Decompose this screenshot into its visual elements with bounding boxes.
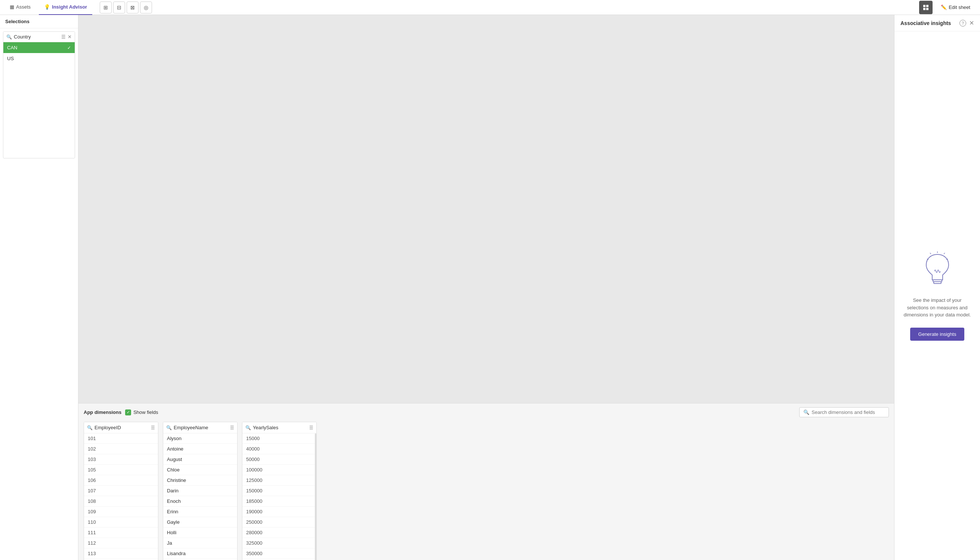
employeeid-search-icon: 🔍 [87, 425, 93, 430]
table-row[interactable]: Ja [163, 538, 237, 548]
table-row[interactable]: 50000 [242, 454, 316, 465]
dimensions-title: App dimensions [84, 410, 121, 415]
grid-view-button[interactable] [919, 1, 933, 14]
table-row[interactable]: 102 [84, 444, 158, 454]
show-fields-label: Show fields [133, 410, 158, 415]
yearlysales-col-header: 🔍 YearlySales ☰ [242, 422, 316, 433]
employeeid-col-header: 🔍 EmployeeID ☰ [84, 422, 158, 433]
employeename-col-header: 🔍 EmployeeName ☰ [163, 422, 237, 433]
table-row[interactable]: Darin [163, 486, 237, 496]
toolbar-target-icon[interactable]: ◎ [140, 2, 152, 13]
table-row[interactable]: Enoch [163, 496, 237, 507]
edit-sheet-button[interactable]: ✏️ Edit sheet [935, 2, 975, 12]
employeename-col-title: EmployeeName [174, 425, 230, 430]
table-row[interactable]: 125000 [242, 475, 316, 486]
table-row[interactable]: 109 [84, 507, 158, 517]
generate-insights-button[interactable]: Generate insights [910, 328, 965, 341]
filter-item-us[interactable]: US [3, 53, 75, 64]
filter-item-us-label: US [7, 56, 14, 61]
svg-rect-5 [934, 282, 941, 283]
yearlysales-column: 🔍 YearlySales ☰ 15000 40000 50000 100000… [242, 422, 317, 560]
check-icon: ✓ [67, 45, 71, 50]
table-row[interactable]: 110 [84, 517, 158, 527]
insight-header: Associative insights ? ✕ [895, 15, 980, 32]
table-row[interactable]: 107 [84, 486, 158, 496]
table-row[interactable]: 185000 [242, 496, 316, 507]
table-row[interactable]: 280000 [242, 527, 316, 538]
insight-close-icon[interactable]: ✕ [969, 20, 974, 27]
filter-search-icon: 🔍 [7, 34, 12, 40]
main-layout: Selections 🔍 Country ☰ ✕ CAN ✓ US [0, 15, 980, 560]
table-row[interactable]: 101 [84, 433, 158, 444]
table-row[interactable]: 103 [84, 454, 158, 465]
search-dimensions-input[interactable] [812, 410, 885, 415]
table-row[interactable]: Antoine [163, 444, 237, 454]
table-row[interactable]: Erinn [163, 507, 237, 517]
svg-rect-1 [926, 5, 928, 7]
search-dimensions-container: 🔍 [799, 407, 889, 417]
table-row[interactable]: 250000 [242, 517, 316, 527]
yearlysales-rows: 15000 40000 50000 100000 125000 150000 1… [242, 433, 316, 560]
table-row[interactable]: August [163, 454, 237, 465]
insight-advisor-icon: 💡 [44, 4, 50, 10]
svg-rect-2 [923, 8, 925, 10]
filter-list-icon[interactable]: ☰ [61, 34, 66, 40]
toolbar-select-icon[interactable]: ⊞ [100, 2, 111, 13]
search-dims-icon: 🔍 [804, 410, 809, 415]
show-fields-toggle[interactable]: ✓ Show fields [125, 410, 158, 415]
table-row[interactable]: 106 [84, 475, 158, 486]
table-row[interactable]: 113 [84, 548, 158, 559]
filter-title: Country [14, 34, 61, 40]
table-row[interactable]: 190000 [242, 507, 316, 517]
insight-body: See the impact of your selections on mea… [895, 32, 980, 560]
right-panel: Associative insights ? ✕ [894, 15, 980, 560]
assets-icon: ▦ [10, 4, 14, 10]
employeename-col-menu-icon[interactable]: ☰ [230, 425, 234, 430]
table-row[interactable]: 100000 [242, 465, 316, 475]
yearlysales-col-menu-icon[interactable]: ☰ [309, 425, 313, 430]
filter-header-icons: ☰ ✕ [61, 34, 72, 40]
table-row[interactable]: Christine [163, 475, 237, 486]
edit-icon: ✏️ [941, 5, 947, 10]
table-row[interactable]: 15000 [242, 433, 316, 444]
toolbar-range-icon[interactable]: ⊠ [126, 2, 138, 13]
yearlysales-search-icon: 🔍 [245, 425, 251, 430]
table-row[interactable]: 350000 [242, 548, 316, 559]
employeename-search-icon: 🔍 [166, 425, 172, 430]
table-row[interactable]: 325000 [242, 538, 316, 548]
topbar: ▦ Assets 💡 Insight Advisor ⊞ ⊟ ⊠ ◎ ✏️ Ed… [0, 0, 980, 15]
center-content: App dimensions ✓ Show fields 🔍 🔍 Employe… [78, 15, 894, 560]
filter-clear-icon[interactable]: ✕ [68, 34, 72, 40]
filter-pane: 🔍 Country ☰ ✕ CAN ✓ US [0, 28, 78, 560]
filter-item-can-label: CAN [7, 45, 17, 50]
employeeid-col-menu-icon[interactable]: ☰ [151, 425, 155, 430]
table-row[interactable]: 108 [84, 496, 158, 507]
employeename-rows: Alyson Antoine August Chloe Christine Da… [163, 433, 237, 560]
filter-box-header: 🔍 Country ☰ ✕ [3, 32, 75, 42]
selections-header: Selections [0, 15, 78, 28]
employeename-column: 🔍 EmployeeName ☰ Alyson Antoine August C… [163, 422, 238, 560]
insight-help-icon[interactable]: ? [960, 20, 966, 27]
dimensions-header: App dimensions ✓ Show fields 🔍 [84, 407, 889, 417]
table-row[interactable]: 105 [84, 465, 158, 475]
filter-item-can[interactable]: CAN ✓ [3, 42, 75, 53]
insight-advisor-tab[interactable]: 💡 Insight Advisor [39, 0, 92, 15]
svg-line-8 [930, 253, 931, 254]
table-row[interactable]: Holli [163, 527, 237, 538]
employeeid-col-title: EmployeeID [95, 425, 151, 430]
dimensions-area: App dimensions ✓ Show fields 🔍 🔍 Employe… [78, 403, 894, 560]
table-row[interactable]: 111 [84, 527, 158, 538]
assets-tab[interactable]: ▦ Assets [5, 0, 36, 15]
table-row[interactable]: Lisandra [163, 548, 237, 559]
table-row[interactable]: Chloe [163, 465, 237, 475]
toolbar-lasso-icon[interactable]: ⊟ [113, 2, 125, 13]
table-row[interactable]: 112 [84, 538, 158, 548]
assets-tab-label: Assets [16, 4, 31, 10]
table-row[interactable]: Alyson [163, 433, 237, 444]
topbar-right: ✏️ Edit sheet [919, 1, 975, 14]
table-row[interactable]: 40000 [242, 444, 316, 454]
table-row[interactable]: Gayle [163, 517, 237, 527]
svg-rect-3 [926, 8, 928, 10]
table-row[interactable]: 150000 [242, 486, 316, 496]
show-fields-checkbox[interactable]: ✓ [125, 410, 131, 415]
